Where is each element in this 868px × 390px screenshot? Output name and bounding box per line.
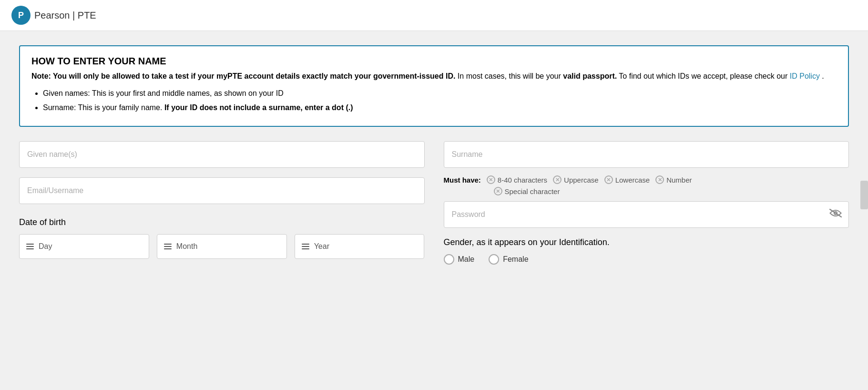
- info-box-title: HOW TO ENTER YOUR NAME: [31, 56, 837, 67]
- surname-input[interactable]: [444, 141, 849, 168]
- must-have-special: ✕ Special character: [494, 187, 560, 195]
- must-have-characters: ✕ 8-40 characters: [487, 175, 547, 184]
- special-label: Special character: [505, 187, 560, 195]
- info-box-list: Given names: This is your first and midd…: [31, 88, 837, 113]
- info-box-list-item-2: Surname: This is your family name. If yo…: [43, 102, 837, 113]
- year-lines-icon: [302, 244, 309, 249]
- gender-female-radio[interactable]: [489, 254, 499, 265]
- must-have-uppercase: ✕ Uppercase: [553, 175, 599, 184]
- info-box-paragraph: Note: You will only be allowed to take a…: [31, 71, 837, 82]
- number-icon: ✕: [655, 175, 664, 184]
- gender-male-radio[interactable]: [444, 254, 454, 265]
- uppercase-label: Uppercase: [564, 176, 599, 184]
- characters-label: 8-40 characters: [498, 176, 547, 184]
- uppercase-icon: ✕: [553, 175, 562, 184]
- password-input[interactable]: [444, 201, 849, 228]
- lowercase-icon: ✕: [604, 175, 613, 184]
- info-box-text2: To find out which IDs we accept, please …: [619, 72, 789, 80]
- must-have-row-2: ✕ Special character: [444, 187, 849, 195]
- month-lines-icon: [164, 244, 172, 249]
- form-section: Date of birth Day Month: [19, 141, 849, 265]
- number-label: Number: [666, 176, 692, 184]
- must-have-number: ✕ Number: [655, 175, 692, 184]
- gender-male-option[interactable]: Male: [444, 254, 475, 265]
- gender-section: Gender, as it appears on your Identifica…: [444, 237, 849, 265]
- password-wrapper: [444, 201, 849, 228]
- given-names-input[interactable]: [19, 141, 425, 168]
- info-box-bold1: Note: You will only be allowed to take a…: [31, 72, 455, 80]
- dob-day-label: Day: [39, 242, 52, 251]
- app-header: P Pearson | PTE: [0, 0, 868, 31]
- scroll-indicator[interactable]: [860, 181, 868, 209]
- dob-day-button[interactable]: Day: [19, 234, 149, 259]
- gender-female-option[interactable]: Female: [489, 254, 528, 265]
- must-have-section: Must have: ✕ 8-40 characters ✕ Uppercase…: [444, 175, 849, 195]
- dob-month-label: Month: [176, 242, 197, 251]
- logo-letter: P: [18, 10, 24, 21]
- info-box-list-item-1: Given names: This is your first and midd…: [43, 88, 837, 99]
- logo: P Pearson | PTE: [11, 6, 96, 25]
- logo-icon: P: [11, 6, 31, 25]
- gender-label: Gender, as it appears on your Identifica…: [444, 237, 849, 247]
- info-box-list-item-2-bold: If your ID does not include a surname, e…: [164, 103, 353, 112]
- logo-text: Pearson | PTE: [34, 10, 96, 21]
- must-have-lowercase: ✕ Lowercase: [604, 175, 650, 184]
- password-toggle-icon[interactable]: [829, 208, 842, 221]
- email-input[interactable]: [19, 177, 425, 204]
- gender-female-label: Female: [503, 255, 528, 264]
- characters-icon: ✕: [487, 175, 495, 184]
- day-lines-icon: [26, 244, 34, 249]
- special-icon: ✕: [494, 187, 502, 195]
- gender-options: Male Female: [444, 254, 849, 265]
- dob-year-label: Year: [314, 242, 329, 251]
- dob-month-button[interactable]: Month: [157, 234, 287, 259]
- main-content: HOW TO ENTER YOUR NAME Note: You will on…: [0, 31, 868, 279]
- dob-label: Date of birth: [19, 217, 425, 227]
- dob-selects: Day Month Year: [19, 234, 425, 259]
- form-right: Must have: ✕ 8-40 characters ✕ Uppercase…: [444, 141, 849, 265]
- gender-male-label: Male: [458, 255, 475, 264]
- dob-section: Date of birth Day Month: [19, 217, 425, 259]
- info-box-bold2: valid passport.: [563, 72, 617, 80]
- id-policy-link[interactable]: ID Policy: [790, 72, 820, 80]
- must-have-row-1: Must have: ✕ 8-40 characters ✕ Uppercase…: [444, 175, 849, 184]
- info-box-period: .: [822, 72, 824, 80]
- info-box-text1: In most cases, this will be your: [458, 72, 563, 80]
- must-have-label: Must have:: [444, 176, 481, 184]
- dob-year-button[interactable]: Year: [295, 234, 425, 259]
- info-box: HOW TO ENTER YOUR NAME Note: You will on…: [19, 45, 849, 127]
- lowercase-label: Lowercase: [615, 176, 650, 184]
- form-left: Date of birth Day Month: [19, 141, 425, 265]
